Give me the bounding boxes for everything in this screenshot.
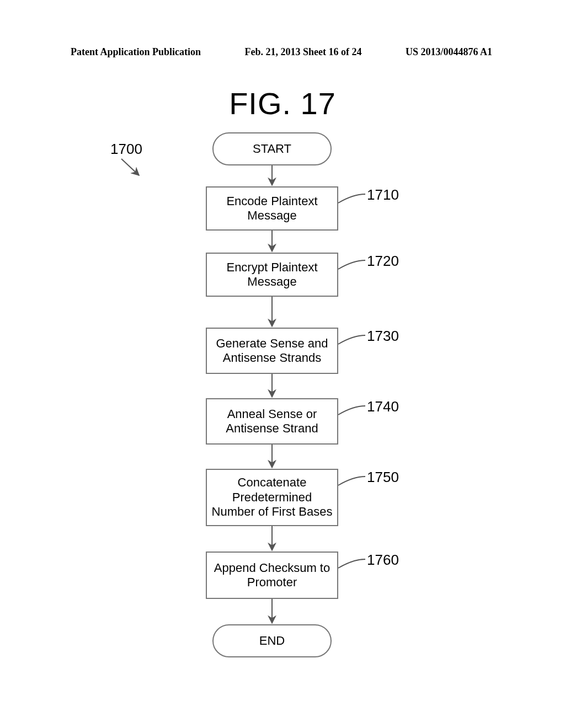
ref-1720: 1720 [367, 253, 399, 270]
page-header: Patent Application Publication Feb. 21, … [71, 46, 492, 58]
start-label: START [253, 142, 291, 156]
ref-1710: 1710 [367, 186, 399, 204]
step-1760-text: Append Checksum to Promoter [211, 561, 333, 590]
leader-1710 [338, 194, 365, 203]
end-label: END [259, 634, 285, 648]
step-1720: Encrypt Plaintext Message [206, 253, 338, 297]
step-1730: Generate Sense and Antisense Strands [206, 328, 338, 374]
step-1740: Anneal Sense or Antisense Strand [206, 398, 338, 445]
ref-1750: 1750 [367, 469, 399, 486]
step-1750: Concatenate Predetermined Number of Firs… [206, 469, 338, 526]
header-right: US 2013/0044876 A1 [406, 46, 492, 58]
leader-1700 [121, 159, 139, 175]
leader-1740 [338, 406, 365, 415]
step-1710: Encode Plaintext Message [206, 186, 338, 231]
leader-1720 [338, 260, 365, 269]
terminator-start: START [212, 132, 332, 165]
ref-1700: 1700 [110, 141, 142, 158]
ref-1760: 1760 [367, 552, 399, 569]
figure-title: FIG. 17 [0, 85, 565, 121]
ref-1730: 1730 [367, 328, 399, 345]
step-1760: Append Checksum to Promoter [206, 552, 338, 599]
header-left: Patent Application Publication [71, 46, 201, 58]
terminator-end: END [212, 624, 332, 657]
step-1710-text: Encode Plaintext Message [211, 194, 333, 223]
ref-1740: 1740 [367, 398, 399, 415]
step-1730-text: Generate Sense and Antisense Strands [211, 336, 333, 366]
step-1740-text: Anneal Sense or Antisense Strand [211, 407, 333, 436]
step-1750-text: Concatenate Predetermined Number of Firs… [211, 475, 333, 519]
leader-1750 [338, 477, 365, 485]
step-1720-text: Encrypt Plaintext Message [211, 260, 333, 290]
leader-1760 [338, 559, 365, 568]
header-center: Feb. 21, 2013 Sheet 16 of 24 [245, 46, 362, 58]
leader-1730 [338, 335, 365, 344]
